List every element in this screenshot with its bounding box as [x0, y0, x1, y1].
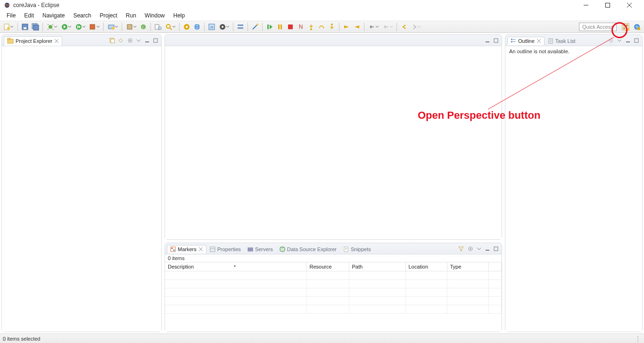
task-list-tab[interactable]: Task List — [545, 37, 579, 45]
project-explorer-body[interactable] — [2, 46, 161, 332]
svg-point-96 — [611, 40, 612, 41]
editor-area[interactable] — [165, 34, 502, 240]
new-button[interactable] — [2, 22, 15, 32]
step-over-button[interactable] — [317, 22, 326, 32]
new-server-button[interactable] — [106, 22, 119, 32]
resize-grip-icon[interactable] — [635, 335, 641, 343]
focus-task-icon[interactable] — [467, 245, 474, 253]
table-row[interactable] — [165, 271, 502, 280]
col-resource[interactable]: Resource — [306, 262, 349, 271]
svg-rect-76 — [248, 248, 253, 249]
step-return-button[interactable] — [327, 22, 337, 32]
open-type-button[interactable] — [153, 22, 163, 32]
resume-button[interactable] — [265, 22, 274, 32]
new-type-button[interactable]: C — [139, 22, 148, 32]
col-extra[interactable] — [488, 262, 502, 271]
markers-tab[interactable]: Markers — [167, 245, 206, 253]
view-menu-icon[interactable] — [616, 37, 623, 44]
forward-button[interactable] — [410, 22, 423, 32]
menu-file[interactable]: File — [3, 11, 19, 20]
close-button[interactable] — [619, 0, 640, 10]
web-browser-button[interactable] — [192, 22, 202, 32]
close-icon[interactable] — [537, 39, 541, 43]
suspend-button[interactable] — [275, 22, 285, 32]
deploy-button[interactable] — [217, 22, 231, 32]
col-location[interactable]: Location — [405, 262, 447, 271]
markers-body[interactable]: Description▴ Resource Path Location Type — [165, 262, 502, 332]
project-explorer-tab[interactable]: Project Explorer — [4, 36, 62, 46]
minimize-view-icon[interactable] — [484, 245, 491, 253]
search-button[interactable] — [164, 22, 177, 32]
col-description[interactable]: Description▴ — [165, 262, 306, 271]
table-row[interactable] — [165, 297, 502, 305]
last-edit-button[interactable] — [367, 22, 380, 32]
minimize-view-icon[interactable] — [624, 37, 632, 44]
project-explorer-view: Project Explorer — [1, 34, 162, 332]
col-type[interactable]: Type — [447, 262, 488, 271]
svg-rect-77 — [248, 250, 253, 251]
link-editor-icon[interactable] — [117, 37, 124, 44]
table-row[interactable] — [165, 305, 502, 314]
table-row[interactable] — [165, 288, 502, 297]
maximize-view-icon[interactable] — [633, 37, 640, 44]
terminate-button[interactable] — [286, 22, 295, 32]
menu-search[interactable]: Search — [69, 11, 95, 20]
jsp-button[interactable]: JS — [207, 22, 216, 32]
open-perspective-button[interactable] — [620, 22, 631, 32]
save-all-button[interactable] — [31, 22, 40, 32]
view-menu-icon[interactable] — [135, 37, 142, 44]
bottom-panel: Markers Properties Servers Data Source E… — [165, 243, 502, 332]
view-menu-icon[interactable] — [475, 245, 483, 253]
maximize-view-icon[interactable] — [152, 37, 159, 44]
title-bar: coreJava - Eclipse — [0, 0, 644, 10]
minimize-button[interactable] — [575, 0, 597, 10]
snippets-tab[interactable]: Snippets — [340, 245, 374, 253]
menu-run[interactable]: Run — [122, 11, 140, 20]
svg-rect-92 — [549, 39, 553, 43]
svg-point-7 — [7, 27, 10, 30]
outline-tab[interactable]: Outline — [507, 37, 545, 45]
back-history-button[interactable] — [381, 22, 394, 32]
run-button[interactable] — [59, 22, 73, 32]
maximize-view-icon[interactable] — [492, 245, 500, 253]
properties-tab[interactable]: Properties — [206, 245, 244, 253]
debug-button[interactable] — [45, 22, 58, 32]
svg-rect-97 — [626, 41, 630, 42]
maximize-button[interactable] — [597, 0, 619, 10]
maximize-editor-icon[interactable] — [492, 37, 500, 44]
focus-task-icon[interactable] — [126, 37, 134, 44]
close-icon[interactable] — [198, 247, 203, 252]
menu-help[interactable]: Help — [170, 11, 189, 20]
collapse-all-icon[interactable] — [108, 37, 116, 44]
menu-navigate[interactable]: Navigate — [39, 11, 68, 20]
disconnect-button[interactable]: N — [296, 22, 305, 32]
focus-task-icon[interactable] — [607, 37, 615, 44]
quick-access-field[interactable]: Quick Access — [579, 23, 617, 31]
svg-rect-31 — [186, 26, 188, 28]
step-into-button[interactable] — [306, 22, 316, 32]
minimize-editor-icon[interactable] — [484, 37, 491, 44]
menu-edit[interactable]: Edit — [20, 11, 38, 20]
minimize-view-icon[interactable] — [143, 37, 151, 44]
next-annotation-button[interactable] — [342, 22, 351, 32]
open-task-button[interactable] — [182, 22, 191, 32]
table-row[interactable] — [165, 280, 502, 288]
menu-window[interactable]: Window — [141, 11, 169, 20]
wand-button[interactable] — [250, 22, 260, 32]
external-tools-button[interactable] — [88, 22, 101, 32]
data-source-tab[interactable]: Data Source Explorer — [276, 245, 340, 253]
annotation-label: Open Perspective button — [418, 109, 540, 122]
save-button[interactable] — [20, 22, 30, 32]
back-button[interactable] — [399, 22, 409, 32]
run-last-button[interactable] — [74, 22, 87, 32]
new-package-button[interactable] — [124, 22, 138, 32]
task-list-icon — [548, 38, 553, 44]
servers-tab[interactable]: Servers — [244, 245, 276, 253]
prev-annotation-button[interactable] — [352, 22, 362, 32]
close-icon[interactable] — [54, 39, 59, 43]
col-path[interactable]: Path — [349, 262, 405, 271]
filter-icon[interactable] — [457, 245, 465, 253]
menu-project[interactable]: Project — [96, 11, 121, 20]
toggle-breadcrumb-button[interactable] — [236, 22, 245, 32]
java-ee-perspective-button[interactable] — [632, 22, 642, 32]
